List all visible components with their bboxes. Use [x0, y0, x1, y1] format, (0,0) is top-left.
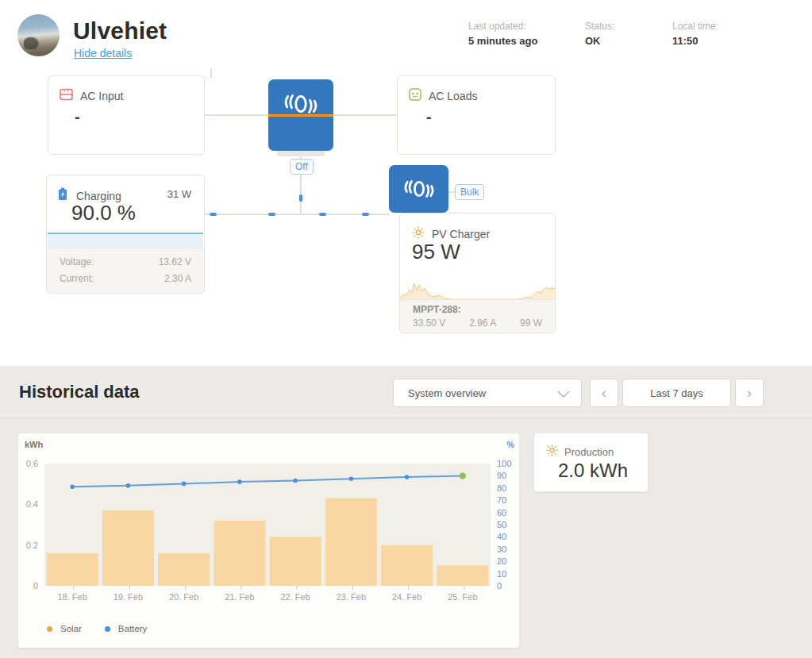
date-range-button[interactable]: Last 7 days: [622, 379, 731, 407]
svg-text:23. Feb: 23. Feb: [337, 592, 366, 602]
chart-legend: Solar Battery: [47, 624, 147, 633]
grid-icon: [60, 88, 73, 104]
site-title: Ulvehiet: [73, 17, 167, 44]
svg-text:21. Feb: 21. Feb: [225, 592, 254, 602]
svg-text:0: 0: [497, 581, 502, 591]
pv-charger-label: PV Charger: [432, 228, 490, 240]
svg-text:0.2: 0.2: [26, 541, 38, 550]
svg-text:18. Feb: 18. Feb: [57, 592, 87, 602]
chevron-left-icon: ‹: [602, 385, 606, 402]
production-value: 2.0 kWh: [558, 460, 628, 482]
pv-power: 95 W: [412, 240, 460, 264]
chevron-right-icon: ›: [747, 385, 752, 402]
pv-watts: 99 W: [520, 317, 542, 329]
production-label: Production: [564, 446, 614, 458]
hide-details-link[interactable]: Hide details: [74, 47, 132, 60]
charger-state-badge: Bulk: [455, 184, 484, 200]
ac-loads-label: AC Loads: [429, 90, 477, 102]
battery-legend-label: Battery: [118, 624, 147, 633]
wire-top-stub: [210, 68, 212, 78]
svg-text:30: 30: [497, 544, 506, 554]
wire-acinput-inverter: [205, 114, 268, 116]
svg-text:22. Feb: 22. Feb: [280, 592, 310, 602]
local-time-label: Local time:: [672, 21, 783, 32]
battery-power: 31 W: [167, 188, 191, 200]
inverter-device[interactable]: [268, 79, 333, 151]
dc-flow-dash: [362, 213, 369, 216]
prev-period-button[interactable]: ‹: [590, 379, 618, 407]
ac-input-label: AC Input: [80, 90, 123, 102]
wire-bulk-connector: [448, 191, 455, 193]
solar-battery-chart[interactable]: kWh%0.60.40.20100908070605040302010018. …: [18, 433, 521, 649]
wire-dc-bus: [202, 214, 389, 215]
battery-legend-dot: [105, 626, 110, 632]
battery-voltage-value: 13.62 V: [159, 256, 191, 267]
dc-flow-dash: [210, 213, 217, 216]
ac-input-value: -: [75, 108, 80, 126]
victron-logo-icon: [283, 92, 319, 116]
date-range-label: Last 7 days: [650, 387, 703, 399]
report-type-select[interactable]: System overview: [393, 379, 582, 407]
svg-text:60: 60: [497, 508, 506, 518]
svg-text:0.4: 0.4: [26, 499, 38, 509]
battery-soc: 90.0 %: [71, 201, 136, 225]
pv-charger-card[interactable]: PV Charger 95 W MPPT-288: 33.50 V 2.96 A…: [399, 213, 556, 333]
dc-flow-dash: [268, 213, 275, 216]
victron-logo-icon: [402, 179, 436, 199]
pv-current: 2.96 A: [469, 317, 496, 329]
legend-item-solar[interactable]: Solar: [47, 624, 82, 633]
dc-flow-dash: [319, 213, 326, 216]
production-card: Production 2.0 kWh: [533, 433, 648, 492]
section-divider: [0, 418, 812, 419]
inverter-accent-stripe: [268, 114, 333, 117]
svg-text:10: 10: [497, 569, 506, 579]
svg-text:80: 80: [497, 483, 506, 493]
socket-icon: [409, 88, 421, 104]
pv-sparkline: [400, 270, 555, 301]
svg-text:70: 70: [497, 495, 506, 505]
meta-local-time: Local time: 11:50: [672, 21, 783, 47]
site-avatar[interactable]: [17, 14, 60, 56]
pv-details: MPPT-288: 33.50 V 2.96 A 99 W: [400, 299, 555, 333]
svg-text:90: 90: [497, 471, 506, 480]
inverter-state-badge: Off: [290, 159, 314, 175]
pv-charger-device[interactable]: [389, 165, 448, 213]
svg-text:24. Feb: 24. Feb: [392, 592, 421, 602]
svg-text:0: 0: [33, 581, 38, 591]
ac-loads-value: -: [426, 108, 432, 126]
wire-inverter-acloads: [333, 114, 397, 116]
battery-details: Voltage: 13.62 V Current: 2.30 A: [47, 248, 204, 293]
battery-card[interactable]: Charging 31 W 90.0 % Voltage: 13.62 V Cu…: [46, 175, 205, 294]
svg-text:19. Feb: 19. Feb: [114, 592, 143, 602]
battery-voltage-label: Voltage:: [60, 256, 94, 267]
svg-text:kWh: kWh: [25, 440, 44, 449]
historical-title: Historical data: [19, 382, 140, 402]
legend-item-battery[interactable]: Battery: [105, 624, 147, 633]
svg-text:50: 50: [497, 520, 506, 529]
svg-text:20. Feb: 20. Feb: [169, 592, 198, 602]
svg-text:100: 100: [497, 459, 511, 468]
vrm-dashboard: Ulvehiet Hide details Last updated: 5 mi…: [0, 0, 812, 658]
svg-text:25. Feb: 25. Feb: [448, 592, 477, 602]
svg-text:%: %: [506, 440, 514, 449]
next-period-button[interactable]: ›: [735, 379, 764, 407]
pv-device-name: MPPT-288:: [400, 304, 555, 315]
chevron-down-icon: [557, 391, 570, 398]
pv-voltage: 33.50 V: [413, 317, 445, 329]
last-updated-value: 5 minutes ago: [468, 35, 579, 47]
svg-text:40: 40: [497, 532, 506, 541]
last-updated-label: Last updated:: [468, 21, 579, 32]
ac-input-card[interactable]: AC Input -: [48, 75, 205, 155]
svg-text:0.6: 0.6: [26, 459, 38, 468]
history-chart-card: kWh%0.60.40.20100908070605040302010018. …: [17, 433, 520, 648]
sun-icon: [546, 444, 558, 460]
report-type-value: System overview: [408, 387, 486, 399]
local-time-value: 11:50: [672, 35, 783, 47]
meta-last-updated: Last updated: 5 minutes ago: [468, 21, 579, 47]
dc-flow-dash: [299, 194, 302, 202]
battery-icon: [58, 187, 67, 204]
solar-legend-label: Solar: [60, 624, 82, 633]
ac-loads-card[interactable]: AC Loads -: [397, 75, 556, 155]
battery-sparkline: [48, 233, 203, 249]
svg-text:20: 20: [497, 556, 506, 566]
